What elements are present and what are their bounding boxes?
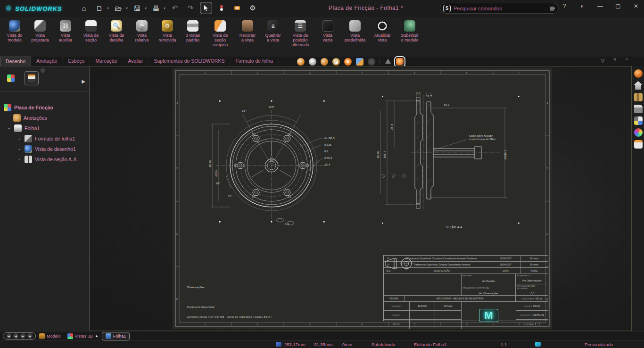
tree-root[interactable]: Placa de Fricção bbox=[0, 102, 89, 113]
ribbon-button-break-view[interactable]: aQuebrar a vista bbox=[260, 18, 286, 57]
collapse-ribbon-icon[interactable]: ⌃ bbox=[625, 58, 629, 64]
print-caret-icon[interactable]: ▾ bbox=[164, 6, 165, 10]
tree-item-annotations[interactable]: Anotações bbox=[0, 113, 89, 123]
title-bar: ⚛ SOLIDWORKS ⌂ 🗋▾ 🗁▾ 🖫▾ 🖶▾ ↶ ↷ ⚙ Placa d… bbox=[0, 0, 644, 17]
next-sheet-icon[interactable]: ▶ bbox=[20, 333, 25, 339]
ribbon-button-projected-view[interactable]: Vista projetada bbox=[27, 18, 53, 57]
file-explorer-icon[interactable] bbox=[634, 105, 643, 113]
panel-splitter-handle[interactable] bbox=[41, 68, 45, 73]
tree-item-sheet-format[interactable]: • Formato de folha1 bbox=[0, 133, 89, 144]
first-sheet-icon[interactable]: ◀ bbox=[6, 333, 11, 339]
hide-show-items-icon[interactable] bbox=[368, 58, 375, 66]
property-manager-tab[interactable] bbox=[25, 71, 39, 85]
redo-icon[interactable]: ↷ bbox=[184, 2, 197, 14]
svg-text:25,4: 25,4 bbox=[390, 124, 393, 130]
feature-manager-tabs bbox=[4, 71, 39, 85]
search-options-icon[interactable]: ▦ bbox=[550, 5, 553, 11]
save-caret-icon[interactable]: ▾ bbox=[145, 6, 147, 10]
tree-item-sheet[interactable]: ▾ Folha1 bbox=[0, 123, 89, 133]
ribbon-button-removed-view[interactable]: ⚙Vista removida bbox=[155, 18, 180, 57]
views-3d-tab-icon bbox=[67, 333, 73, 339]
help-icon[interactable]: ? bbox=[560, 3, 569, 9]
sheet1-tab[interactable]: Folha1 bbox=[102, 332, 130, 340]
view-orientation-icon[interactable]: ↻ bbox=[344, 58, 352, 66]
view-palette-icon[interactable] bbox=[634, 116, 643, 125]
removed-view-icon: ⚙ bbox=[162, 20, 173, 32]
sheet-tab-bar: ◀ ◀ ▶ ▶ Modelo Vistas 3D ▲ Folha1 bbox=[0, 331, 644, 340]
design-library-icon[interactable] bbox=[634, 93, 643, 101]
ribbon-button-replace-model[interactable]: Substituir o modelo bbox=[395, 18, 424, 57]
signature-table: DESENHO 11/04/00 D.Horta VERIFIC. APROV. bbox=[384, 302, 462, 329]
edit-appearance-icon[interactable] bbox=[384, 58, 392, 66]
status-x-coordinate: 253,17mm bbox=[284, 342, 305, 347]
new-document-icon[interactable]: 🗋 bbox=[93, 2, 106, 14]
ribbon-button-update-view[interactable]: Atualizar vista bbox=[370, 18, 395, 57]
zoom-to-fit-icon[interactable]: ⌕ bbox=[297, 58, 305, 66]
section-view-icon[interactable]: ◪ bbox=[332, 58, 340, 66]
marketplace-icon[interactable] bbox=[634, 69, 643, 78]
home-icon[interactable]: ⌂ bbox=[78, 2, 90, 14]
display-style-icon[interactable] bbox=[356, 58, 363, 66]
print-icon[interactable]: 🖶 bbox=[150, 2, 162, 14]
ribbon-button-detail-view[interactable]: 🔍Vista de detalhe bbox=[104, 18, 129, 57]
status-custom[interactable]: Personalizado bbox=[585, 342, 613, 347]
search-input[interactable] bbox=[451, 6, 550, 11]
prev-sheet-icon[interactable]: ◀ bbox=[13, 333, 18, 339]
ribbon-button-alternate-position[interactable]: ☰Vista de posição alternada bbox=[286, 18, 315, 57]
status-tool-icon[interactable] bbox=[535, 342, 541, 348]
save-icon[interactable]: 🖫 bbox=[131, 2, 143, 14]
expand-arrow-icon[interactable]: ▾ bbox=[7, 126, 11, 131]
tab-marcacao[interactable]: Marcação bbox=[90, 57, 123, 66]
tab-formato-folha[interactable]: Formato de folha bbox=[230, 57, 278, 66]
ribbon-help-icon[interactable]: ? bbox=[613, 58, 616, 64]
section-view[interactable]: 3,5 12,7 25,4 101,6 Ø270 Ø190,5 38,1 Sol… bbox=[377, 92, 520, 229]
new-caret-icon[interactable]: ▾ bbox=[107, 6, 109, 10]
panel-flyout-arrow-icon[interactable]: ▶ bbox=[82, 79, 85, 84]
search-caret-icon[interactable]: ▾ bbox=[553, 6, 555, 10]
zoom-to-area-icon[interactable]: ⊡ bbox=[309, 58, 316, 66]
maximize-button[interactable]: ▢ bbox=[614, 3, 622, 9]
minimize-button[interactable]: — bbox=[596, 3, 604, 9]
ribbon-button-crop-view[interactable]: Recortar a vista bbox=[235, 18, 260, 57]
tab-desenho[interactable]: Desenho bbox=[0, 57, 31, 66]
filter-icon[interactable]: ▽ bbox=[601, 58, 604, 64]
svg-text:101,6: 101,6 bbox=[383, 151, 386, 158]
notifications-icon[interactable]: ◐ bbox=[578, 3, 586, 9]
select-arrow-icon[interactable] bbox=[200, 2, 212, 14]
settings-gear-icon[interactable]: ⚙ bbox=[247, 2, 259, 14]
views-3d-tab[interactable]: Vistas 3D ▲ bbox=[64, 332, 102, 340]
ribbon-button-empty-view[interactable]: Vista vazia bbox=[315, 18, 340, 57]
rebuild-icon[interactable] bbox=[215, 2, 228, 14]
front-view[interactable]: 120° 15° Ø270 Ø254 30° 45° 6x Ø8,5 Ø225 … bbox=[209, 100, 335, 225]
model-tab[interactable]: Modelo bbox=[36, 332, 64, 340]
previous-view-icon[interactable]: ⌕ bbox=[321, 58, 328, 66]
ribbon-button-standard-3-view[interactable]: 3 vistas padrão bbox=[180, 18, 206, 57]
tree-item-drawing-view1[interactable]: • Vista de desenho1 bbox=[0, 144, 89, 154]
appearances-scenes-icon[interactable] bbox=[634, 128, 643, 137]
tab-suplementos[interactable]: Suplementos do SOLIDWORKS bbox=[149, 57, 230, 66]
tree-item-section-view[interactable]: • Vista de seção A-A bbox=[0, 154, 89, 165]
feature-tree-tab[interactable] bbox=[4, 71, 18, 85]
open-caret-icon[interactable]: ▾ bbox=[126, 6, 128, 10]
open-icon[interactable]: 🗁 bbox=[112, 2, 124, 14]
ribbon-button-broken-out-section[interactable]: Vista de seção rompida bbox=[206, 18, 235, 57]
ribbon-button-section-view[interactable]: Vista de seção bbox=[78, 18, 104, 57]
tab-avaliar[interactable]: Avaliar bbox=[123, 57, 149, 66]
status-sheet-scale[interactable]: 1:1 bbox=[501, 342, 507, 347]
graphics-area[interactable]: 1234567 1234567 ABCD ABCD bbox=[90, 66, 632, 331]
ribbon-button-model-view[interactable]: Vista do modelo bbox=[2, 18, 27, 57]
command-search[interactable]: S ▦ ▾ bbox=[440, 3, 559, 14]
ribbon-button-predefined-view[interactable]: Vista predefinida bbox=[340, 18, 370, 57]
custom-properties-icon[interactable] bbox=[634, 140, 643, 149]
apply-scene-icon[interactable] bbox=[396, 58, 404, 66]
close-button[interactable]: ✕ bbox=[632, 3, 640, 9]
resources-home-icon[interactable] bbox=[634, 81, 643, 90]
options-icon[interactable] bbox=[231, 2, 243, 14]
ribbon-button-auxiliary-view[interactable]: ⛓Vista auxiliar bbox=[53, 18, 78, 57]
undo-icon[interactable]: ↶ bbox=[169, 2, 181, 14]
ribbon-button-relative-view[interactable]: ⟳Vista relativa bbox=[129, 18, 155, 57]
tab-esboco[interactable]: Esboço bbox=[63, 57, 90, 66]
tab-anotacao[interactable]: Anotação bbox=[31, 57, 63, 66]
drawing-sheet[interactable]: 1234567 1234567 ABCD ABCD bbox=[173, 68, 552, 329]
last-sheet-icon[interactable]: ▶ bbox=[27, 333, 33, 339]
